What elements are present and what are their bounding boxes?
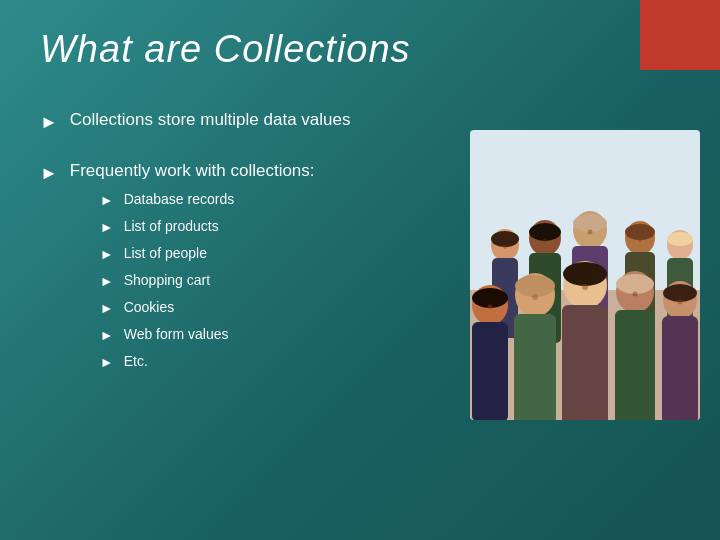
sub-item-3: ► List of people — [70, 245, 315, 262]
svg-rect-13 — [472, 322, 508, 420]
sub-item-1-text: Database records — [124, 191, 235, 207]
svg-rect-15 — [514, 314, 556, 420]
arrow-icon-2: ► — [40, 163, 58, 184]
sub-item-5: ► Cookies — [70, 299, 315, 316]
sub-item-1: ► Database records — [70, 191, 315, 208]
svg-point-34 — [588, 230, 593, 235]
svg-point-30 — [616, 274, 654, 294]
svg-rect-17 — [562, 305, 608, 420]
svg-point-29 — [563, 262, 607, 286]
sub-item-2: ► List of products — [70, 218, 315, 235]
svg-point-33 — [543, 238, 547, 242]
bullet-main-2-text: Frequently work with collections: — [70, 161, 315, 180]
sub-arrow-4: ► — [100, 273, 114, 289]
people-photo — [470, 130, 700, 420]
sub-arrow-1: ► — [100, 192, 114, 208]
bullet-main-1-text: Collections store multiple data values — [70, 110, 351, 130]
arrow-icon-1: ► — [40, 112, 58, 133]
sub-item-7: ► Etc. — [70, 353, 315, 370]
sub-item-6: ► Web form values — [70, 326, 315, 343]
svg-point-26 — [667, 232, 693, 246]
slide: What are Collections ► Collections store… — [0, 0, 720, 540]
sub-item-2-text: List of products — [124, 218, 219, 234]
sub-item-7-text: Etc. — [124, 353, 148, 369]
sub-item-5-text: Cookies — [124, 299, 175, 315]
svg-point-39 — [633, 292, 638, 297]
svg-point-37 — [532, 294, 538, 300]
people-illustration — [470, 130, 700, 420]
svg-point-35 — [638, 238, 642, 242]
svg-point-24 — [573, 214, 607, 232]
svg-point-36 — [488, 305, 493, 310]
bullet-main-1: ► Collections store multiple data values — [40, 110, 460, 133]
sub-item-3-text: List of people — [124, 245, 207, 261]
corner-decoration — [640, 0, 720, 70]
svg-point-25 — [625, 224, 655, 240]
svg-point-32 — [503, 245, 507, 249]
sub-arrow-6: ► — [100, 327, 114, 343]
sub-arrow-7: ► — [100, 354, 114, 370]
content-area: ► Collections store multiple data values… — [40, 110, 460, 408]
svg-point-31 — [663, 284, 697, 302]
bullet-main-2: ► Frequently work with collections: ► Da… — [40, 161, 460, 380]
slide-title: What are Collections — [40, 28, 411, 71]
sub-item-6-text: Web form values — [124, 326, 229, 342]
svg-rect-19 — [615, 310, 655, 420]
sub-item-4: ► Shopping cart — [70, 272, 315, 289]
svg-point-28 — [515, 275, 555, 297]
sub-list: ► Database records ► List of products ► … — [70, 191, 315, 370]
sub-arrow-2: ► — [100, 219, 114, 235]
sub-item-4-text: Shopping cart — [124, 272, 210, 288]
sub-arrow-3: ► — [100, 246, 114, 262]
svg-point-40 — [678, 300, 683, 305]
svg-point-22 — [491, 231, 519, 247]
sub-arrow-5: ► — [100, 300, 114, 316]
svg-rect-21 — [662, 316, 698, 420]
svg-point-38 — [582, 284, 588, 290]
